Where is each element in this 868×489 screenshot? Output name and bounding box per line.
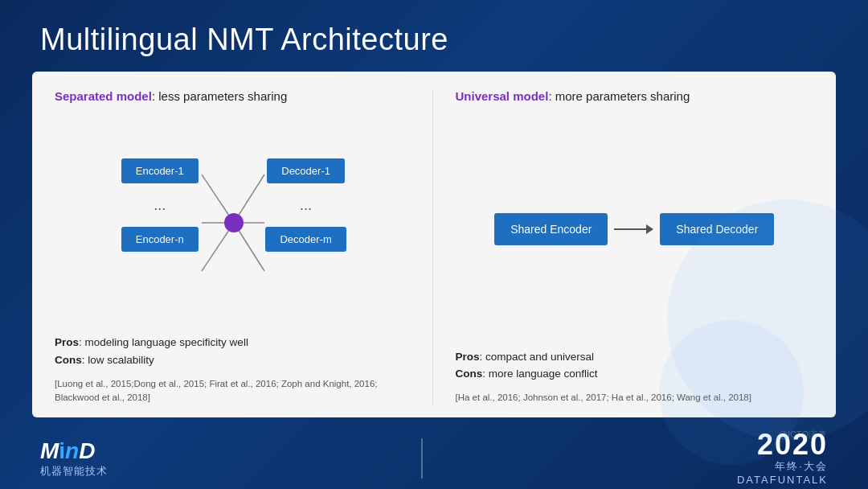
slide-title: Multilingual NMT Architecture: [0, 0, 868, 72]
right-panel-title: Universal model: more parameters sharing: [456, 89, 814, 103]
left-pros-label: Pros: [55, 336, 79, 348]
shared-encoder-box: Shared Encoder: [494, 213, 608, 245]
logo-block: MinD 机器智能技术: [40, 438, 108, 479]
decoder-1-box: Decoder-1: [267, 158, 345, 183]
left-cons-label: Cons: [55, 354, 82, 366]
left-diagram: Encoder-1 ... Encoder-n Decoder-1 ... De…: [113, 158, 354, 287]
right-cons-text: : more language conflict: [482, 368, 597, 380]
right-title-bold: Universal model: [456, 89, 549, 103]
left-references: [Luong et al., 2015;Dong et al., 2015; F…: [55, 377, 413, 405]
encoder-n-box: Encoder-n: [121, 227, 199, 252]
right-pros-label: Pros: [456, 351, 480, 363]
left-pros-line: Pros: modeling language specificity well: [55, 334, 413, 351]
left-diagram-area: Encoder-1 ... Encoder-n Decoder-1 ... De…: [55, 117, 413, 327]
right-title-rest: : more parameters sharing: [548, 89, 690, 103]
left-title-rest: : less parameters sharing: [152, 89, 287, 103]
watermark: @ICTO演者: [779, 429, 826, 441]
encoder-1-box: Encoder-1: [121, 158, 199, 183]
right-cons-label: Cons: [456, 368, 483, 380]
encoder-dots: ...: [154, 195, 166, 216]
left-pros-cons: Pros: modeling language specificity well…: [55, 334, 413, 368]
left-cons-text: : low scalability: [82, 354, 154, 366]
encoder-column: Encoder-1 ... Encoder-n: [121, 158, 199, 252]
decoder-dots: ...: [300, 195, 312, 216]
left-panel: Separated model: less parameters sharing: [55, 89, 433, 405]
right-pros-text: : compact and universal: [480, 351, 595, 363]
logo-text: MinD: [40, 438, 108, 464]
event-name: 年终·大会 DATAFUNTALK: [737, 459, 828, 486]
center-node: [224, 213, 244, 232]
decoder-column: Decoder-1 ... Decoder-m: [265, 158, 346, 252]
left-pros-text: : modeling language specificity well: [79, 336, 248, 348]
arrow-connector: [614, 224, 653, 234]
left-title-bold: Separated model: [55, 89, 152, 103]
footer-logo-area: MinD 机器智能技术: [40, 438, 108, 479]
left-cons-line: Cons: low scalability: [55, 351, 413, 369]
left-panel-title: Separated model: less parameters sharing: [55, 89, 413, 103]
decoder-m-box: Decoder-m: [265, 227, 346, 252]
logo-sub: 机器智能技术: [40, 464, 108, 479]
footer-divider: [421, 438, 423, 479]
